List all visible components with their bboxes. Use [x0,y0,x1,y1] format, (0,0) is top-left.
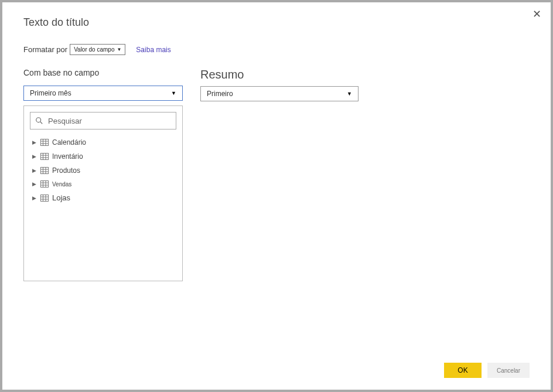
table-icon [40,153,49,160]
chevron-right-icon: ▶ [32,154,37,159]
title-text-dialog: ✕ Texto do título Formatar por Valor do … [2,2,551,390]
svg-rect-17 [41,181,49,188]
search-box[interactable] [30,112,176,129]
based-on-field-label: Com base no campo [23,68,183,77]
svg-rect-12 [41,168,49,174]
summary-dropdown-value: Primeiro [207,90,233,98]
search-input[interactable] [48,117,171,125]
ok-button[interactable]: OK [444,363,482,378]
dialog-title: Texto do título [23,16,530,29]
tree-item-lojas[interactable]: ▶ Lojas [30,190,176,205]
table-icon [40,195,49,202]
chevron-right-icon: ▶ [32,139,37,145]
tree-item-label: Lojas [52,193,70,202]
svg-line-1 [40,122,43,124]
field-dropdown[interactable]: Primeiro mês ▼ [23,86,183,101]
column-left: Com base no campo Primeiro mês ▼ ▶ [23,68,183,281]
chevron-right-icon: ▶ [32,195,37,201]
column-right: Resumo Primeiro ▼ [200,68,530,281]
format-by-select[interactable]: Valor do campo ▼ [70,44,125,55]
tree-item-label: Calendário [52,138,86,146]
tree-item-label: Produtos [52,166,80,175]
dialog-footer: OK Cancelar [444,363,530,378]
tree-item-inventario[interactable]: ▶ Inventário [30,149,176,163]
chevron-right-icon: ▶ [32,181,37,187]
svg-rect-7 [41,154,49,160]
table-icon [40,180,49,188]
tree-item-calendario[interactable]: ▶ Calendário [30,135,176,149]
tree-item-label: Inventário [52,152,83,161]
format-by-row: Formatar por Valor do campo ▼ Saiba mais [23,44,530,55]
close-button[interactable]: ✕ [531,8,542,20]
summary-title: Resumo [200,68,530,81]
columns-container: Com base no campo Primeiro mês ▼ ▶ [23,68,530,281]
format-by-value: Valor do campo [74,46,114,53]
svg-rect-22 [41,195,49,201]
tree-item-vendas[interactable]: ▶ Vendas [30,178,176,190]
chevron-down-icon: ▼ [347,91,352,97]
chevron-down-icon: ▼ [117,47,121,52]
svg-rect-2 [41,139,49,146]
field-dropdown-value: Primeiro mês [30,89,71,97]
close-icon: ✕ [532,8,541,20]
svg-point-0 [36,118,41,122]
cancel-button[interactable]: Cancelar [487,363,530,378]
chevron-down-icon: ▼ [171,90,176,96]
tree-item-produtos[interactable]: ▶ Produtos [30,163,176,178]
table-icon [40,167,49,174]
tree-item-label: Vendas [52,181,71,188]
field-dropdown-popup: ▶ Calendário ▶ [23,105,183,281]
summary-dropdown[interactable]: Primeiro ▼ [200,86,359,101]
table-icon [40,139,49,146]
format-by-label: Formatar por [23,45,67,54]
learn-more-link[interactable]: Saiba mais [136,46,170,54]
search-icon [35,117,43,125]
chevron-right-icon: ▶ [32,168,37,173]
